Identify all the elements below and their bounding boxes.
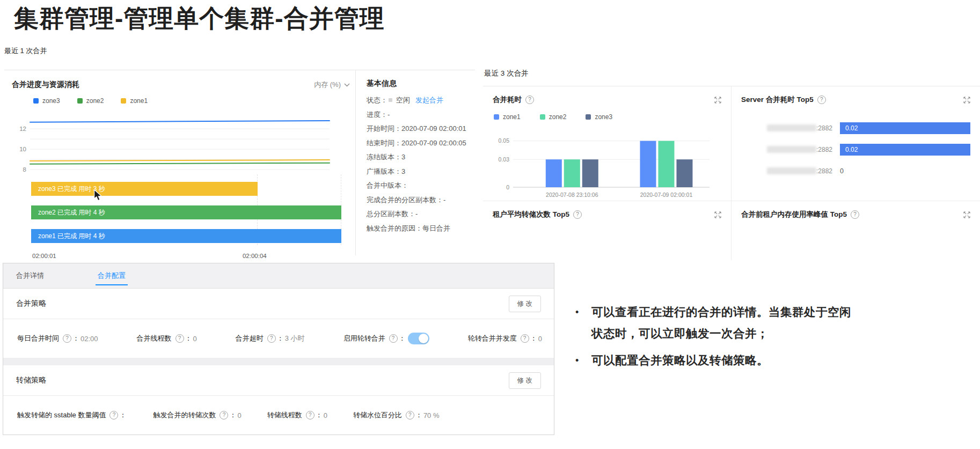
field-value: 70 % [423, 411, 440, 419]
server-duration-value: 0 [840, 167, 844, 175]
field-label: 每日合并时间 [17, 334, 59, 343]
help-icon[interactable]: ? [817, 95, 826, 104]
basic-info-label: 触发合并的原因 [367, 224, 415, 232]
tab-合并配置[interactable]: 合并配置 [92, 263, 131, 288]
recent-merge-label: 最近 1 次合并 [4, 46, 47, 56]
field-label: 转储线程数 [267, 410, 302, 420]
expand-icon[interactable] [714, 97, 721, 104]
zone-progress-bar: zone2 已完成 用时 4 秒 [31, 205, 341, 219]
metric-selector-value: 内存 (%) [314, 80, 341, 90]
edit-dump-strategy-button[interactable]: 修 改 [509, 372, 541, 389]
server-duration-value: 0.02 [840, 146, 858, 153]
resource-usage-line-chart: 12108 [12, 107, 334, 174]
edit-merge-strategy-button[interactable]: 修 改 [509, 296, 541, 312]
note-bullet: •可以配置合并策略以及转储策略。 [575, 350, 897, 371]
basic-info-value: - [415, 210, 418, 218]
basic-info-row: 冻结版本：3 [367, 150, 475, 165]
x-axis-label: 02:00:01 [32, 253, 56, 259]
legend-label: zone2 [549, 113, 567, 121]
expand-icon[interactable] [963, 97, 970, 104]
bullet-text: 可以查看正在进行的合并的详情。当集群处于空闲状态时，可以立即触发一次合并； [591, 301, 860, 344]
basic-info-label: 冻结版本 [367, 153, 394, 161]
dump-strategy-title: 转储策略 [16, 376, 46, 385]
svg-text:12: 12 [19, 126, 26, 132]
svg-text:0.03: 0.03 [499, 156, 510, 163]
basic-info-value: 3 [401, 153, 405, 161]
merge-progress-panel: 合并进度与资源消耗 内存 (%) zone3zone2zone1 12108 z… [4, 70, 356, 255]
legend-label: zone1 [130, 97, 148, 105]
help-icon[interactable]: ? [406, 411, 414, 419]
field-value: 0 [324, 411, 327, 419]
svg-text:0: 0 [506, 184, 509, 190]
config-field: 每日合并时间?：02:00 [17, 334, 98, 343]
server-top5-row: :28820.02 [741, 139, 970, 160]
expand-icon[interactable] [714, 211, 721, 218]
help-icon[interactable]: ? [389, 334, 398, 343]
colon: ： [394, 124, 401, 133]
merge-strategy-title: 合并策略 [16, 299, 46, 308]
expand-icon[interactable] [963, 211, 970, 218]
field-label: 触发转储的 sstable 数量阈值 [17, 410, 106, 420]
help-icon[interactable]: ? [63, 334, 71, 343]
x-axis-label: 02:00:04 [243, 253, 267, 259]
basic-info-label: 开始时间 [367, 124, 394, 133]
server-address: :2882 [741, 124, 832, 132]
legend-item-zone2: zone2 [77, 97, 104, 105]
field-label: 转储水位百分比 [353, 410, 402, 420]
help-icon[interactable]: ? [220, 411, 228, 419]
rotate-merge-toggle[interactable] [408, 333, 429, 344]
help-icon[interactable]: ? [109, 411, 118, 419]
help-icon[interactable]: ? [267, 334, 276, 343]
svg-text:0.05: 0.05 [499, 137, 510, 144]
config-field: 转储水位百分比?：70 % [353, 410, 440, 420]
basic-info-label: 结束时间 [367, 139, 394, 147]
server-top5-row: :28820 [741, 160, 970, 182]
legend-swatch-icon [586, 114, 591, 120]
field-value: 0 [237, 411, 241, 419]
colon: ： [185, 334, 192, 343]
tenant-memory-top5-panel: 合并前租户内存使用率峰值 Top5? [732, 201, 980, 260]
basic-info-row: 开始时间：2020-07-09 02:00:01 [367, 122, 475, 136]
server-duration-bar: 0.02 [840, 122, 970, 134]
field-label: 合并超时 [236, 334, 264, 343]
legend-item-zone2: zone2 [540, 113, 567, 121]
config-field: 合并超时?：3 小时 [236, 334, 305, 343]
recent-merges-section: 最近 3 次合并 合并耗时? zone1zone2zone3 0.050.030… [483, 63, 980, 260]
server-value-area: 0 [840, 167, 970, 175]
metric-selector-dropdown[interactable]: 内存 (%) [314, 80, 350, 90]
basic-info-row: 完成合并的分区副本数：- [367, 193, 475, 208]
basic-info-row: 结束时间：2020-07-09 02:00:05 [367, 136, 475, 151]
progress-legend: zone3zone2zone1 [33, 97, 350, 105]
help-icon[interactable]: ? [175, 334, 184, 343]
colon: ： [394, 139, 401, 147]
config-tab-bar: 合并详情合并配置 [3, 263, 554, 289]
colon: ： [530, 334, 537, 343]
help-icon[interactable]: ? [306, 411, 315, 419]
field-value: 0 [538, 335, 542, 343]
colon: ： [316, 410, 323, 420]
help-icon[interactable]: ? [851, 210, 859, 219]
notes-bullets: •可以查看正在进行的合并的详情。当集群处于空闲状态时，可以立即触发一次合并；•可… [575, 301, 897, 377]
server-port: :2882 [816, 146, 832, 153]
note-bullet: •可以查看正在进行的合并的详情。当集群处于空闲状态时，可以立即触发一次合并； [575, 301, 897, 344]
basic-info-row: 广播版本：3 [367, 165, 475, 179]
bullet-dot-icon: • [575, 301, 591, 344]
server-duration-value: 0.02 [840, 124, 858, 132]
config-field: 触发合并的转储次数?：0 [153, 410, 241, 420]
help-icon[interactable]: ? [525, 95, 534, 104]
basic-info-label: 合并中版本 [367, 181, 401, 189]
tab-合并详情[interactable]: 合并详情 [11, 263, 49, 288]
start-merge-link[interactable]: 发起合并 [415, 96, 443, 104]
merge-duration-legend: zone1zone2zone3 [494, 113, 721, 121]
page-title: 集群管理-管理单个集群-合并管理 [14, 2, 385, 35]
help-icon[interactable]: ? [573, 210, 582, 219]
field-label: 触发合并的转储次数 [153, 410, 216, 420]
colon: ： [399, 334, 406, 343]
mouse-cursor [93, 189, 103, 203]
legend-item-zone1: zone1 [121, 97, 148, 105]
bullet-dot-icon: • [575, 350, 591, 371]
help-icon[interactable]: ? [521, 334, 529, 343]
colon: ： [394, 167, 401, 175]
colon: ： [408, 210, 415, 218]
basic-info-label: 总分区副本数 [367, 210, 408, 218]
